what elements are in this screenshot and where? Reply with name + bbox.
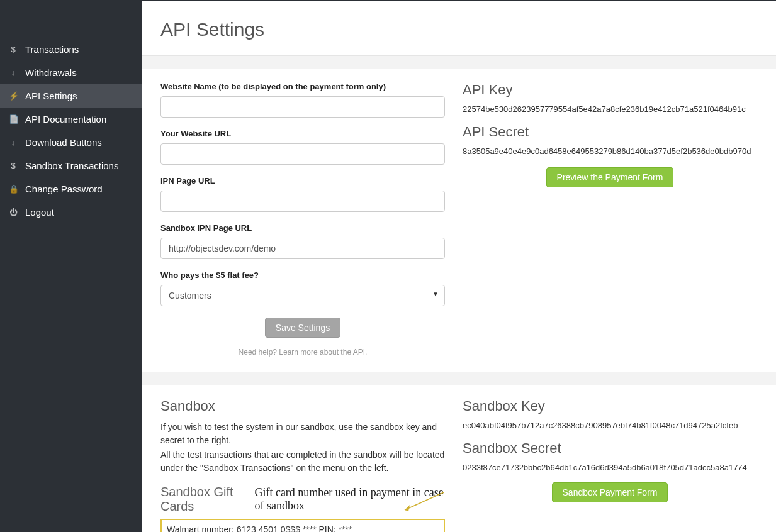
- power-icon: ⏻: [9, 208, 18, 217]
- api-key-value: 22574be530d2623957779554af5e42a7a8cfe236…: [463, 104, 757, 114]
- website-url-input[interactable]: [160, 143, 445, 165]
- sandbox-heading: Sandbox: [160, 398, 445, 414]
- sidebar-item-change-password[interactable]: 🔒 Change Password: [0, 177, 142, 201]
- website-url-label: Your Website URL: [160, 129, 445, 138]
- sandbox-payment-form-button[interactable]: Sandbox Payment Form: [552, 482, 668, 502]
- sidebar-item-label: Change Password: [25, 184, 103, 194]
- sidebar-item-withdrawals[interactable]: ↓ Withdrawals: [0, 61, 142, 84]
- sidebar-item-transactions[interactable]: $ Transactions: [0, 38, 142, 61]
- help-link[interactable]: Need help? Learn more about the API.: [160, 348, 445, 357]
- sidebar-item-api-settings[interactable]: ⚡ API Settings: [0, 84, 142, 108]
- bolt-icon: ⚡: [9, 91, 18, 101]
- dollar-icon: $: [9, 161, 18, 170]
- api-key-heading: API Key: [463, 82, 757, 98]
- sidebar-item-logout[interactable]: ⏻ Logout: [0, 201, 142, 224]
- sidebar-item-label: Sandbox Transactions: [25, 160, 118, 171]
- save-settings-button[interactable]: Save Settings: [265, 318, 340, 338]
- sandbox-description-2: All the test transactions that are compl…: [160, 448, 445, 475]
- lock-icon: 🔒: [9, 184, 18, 194]
- ipn-url-input[interactable]: [160, 191, 445, 212]
- gift-card-annotation: Gift card number used in payment in case…: [254, 486, 445, 513]
- sandbox-key-heading: Sandbox Key: [463, 398, 757, 414]
- sandbox-gift-cards-box: Walmart number: 6123 4501 0$$$ **** PIN:…: [160, 519, 445, 532]
- sandbox-info: Sandbox If you wish to test the system i…: [160, 398, 445, 532]
- api-secret-heading: API Secret: [463, 124, 757, 140]
- sandbox-key-value: ec040abf04f957b712a7c26388cb7908957ebf74…: [463, 421, 757, 430]
- sandbox-ipn-url-label: Sandbox IPN Page URL: [160, 223, 445, 233]
- dollar-icon: $: [9, 45, 18, 54]
- website-name-input[interactable]: [160, 96, 445, 118]
- sandbox-credentials: Sandbox Key ec040abf04f957b712a7c26388cb…: [463, 398, 757, 532]
- sidebar-item-label: Transactions: [25, 44, 79, 55]
- sidebar-item-label: API Settings: [25, 91, 77, 101]
- main-content: API Settings Website Name (to be display…: [142, 0, 776, 532]
- sandbox-description-1: If you wish to test the system in our sa…: [160, 421, 445, 447]
- sidebar-item-label: Withdrawals: [25, 67, 77, 78]
- ipn-url-label: IPN Page URL: [160, 176, 445, 186]
- download-icon: ↓: [9, 138, 18, 147]
- gift-card-line: Walmart number: 6123 4501 0$$$ **** PIN:…: [167, 524, 439, 532]
- sandbox-panel: Sandbox If you wish to test the system i…: [142, 385, 776, 532]
- settings-form: Website Name (to be displayed on the pay…: [160, 82, 445, 357]
- page-title: API Settings: [142, 1, 776, 55]
- sidebar-item-sandbox-transactions[interactable]: $ Sandbox Transactions: [0, 154, 142, 177]
- api-secret-value: 8a3505a9e40e4e9c0ad6458e649553279b86d140…: [463, 147, 757, 156]
- file-icon: 📄: [9, 114, 18, 124]
- website-name-label: Website Name (to be displayed on the pay…: [160, 82, 445, 91]
- sidebar-item-api-documentation[interactable]: 📄 API Documentation: [0, 108, 142, 131]
- sandbox-ipn-url-input[interactable]: [160, 238, 445, 259]
- fee-payer-select[interactable]: Customers: [160, 285, 445, 306]
- fee-payer-label: Who pays the $5 flat fee?: [160, 270, 445, 280]
- sidebar-item-label: API Documentation: [25, 114, 106, 125]
- preview-payment-form-button[interactable]: Preview the Payment Form: [546, 167, 674, 187]
- sidebar-item-download-buttons[interactable]: ↓ Download Buttons: [0, 131, 142, 154]
- sandbox-gift-cards-heading: Sandbox Gift Cards: [160, 485, 247, 514]
- section-divider: [142, 372, 776, 385]
- section-divider: [142, 55, 776, 69]
- api-credentials: API Key 22574be530d2623957779554af5e42a7…: [463, 82, 757, 357]
- sandbox-secret-value: 0233f87ce71732bbbc2b64db1c7a16d6d394a5db…: [463, 463, 757, 472]
- download-icon: ↓: [9, 68, 18, 77]
- settings-panel: Website Name (to be displayed on the pay…: [142, 69, 776, 372]
- sidebar-item-label: Download Buttons: [25, 137, 102, 148]
- sidebar: $ Transactions ↓ Withdrawals ⚡ API Setti…: [0, 0, 142, 532]
- sandbox-secret-heading: Sandbox Secret: [463, 440, 757, 457]
- sidebar-item-label: Logout: [25, 207, 54, 218]
